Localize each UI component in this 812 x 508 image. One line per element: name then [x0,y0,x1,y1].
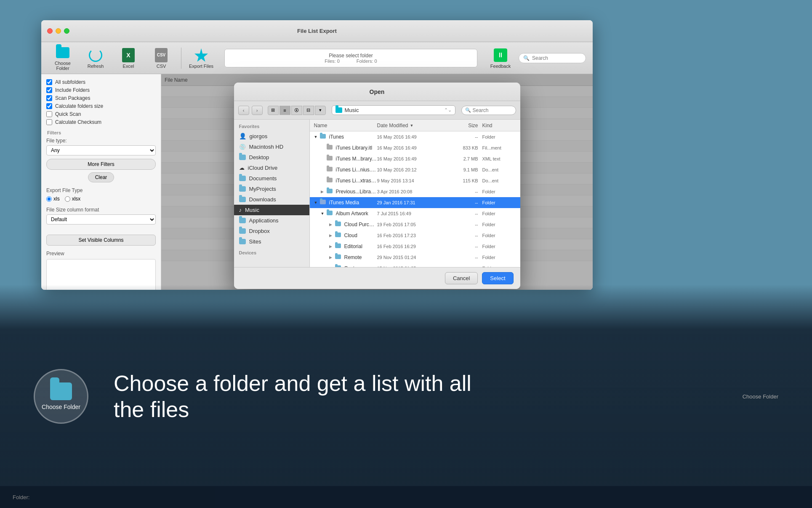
table-row[interactable]: ▶ Cloud Purchases 19 Feb 2016 17:05 -- F… [310,219,520,230]
csv-button[interactable]: CSV CSV [146,45,176,71]
sidebar-item-sites[interactable]: Sites [234,236,309,247]
file-name: Previous...Libraries [336,189,377,195]
expand-icon[interactable]: ▶ [329,222,335,227]
dialog-footer: Cancel Select [234,267,520,289]
file-date: 16 May 2016 16:49 [377,145,445,150]
search-box[interactable]: 🔍 [519,53,586,63]
export-type-section: Export File Type xls xlsx [46,187,156,202]
all-subfolders-checkbox[interactable] [46,79,52,85]
minimize-button[interactable] [56,28,61,34]
sidebar-item-dropbox[interactable]: Dropbox [234,226,309,236]
calculate-folders-label: Calculate folders size [55,103,103,109]
bottom-choose-folder-btn[interactable]: Choose Folder [743,393,778,400]
table-row[interactable]: ▼ Album Artwork 7 Jul 2015 16:49 -- Fold… [310,208,520,219]
sidebar-item-applications[interactable]: Applications [234,215,309,226]
file-icon-cell [327,156,336,162]
choose-folder-overlay-label: Choose Folder [42,404,80,410]
table-row[interactable]: ▼ iTunes Media 29 Jan 2016 17:31 -- Fold… [310,197,520,208]
file-icon-cell [335,265,344,267]
include-folders-checkbox[interactable] [46,87,52,93]
excel-button[interactable]: X Excel [114,45,143,71]
folder-icon [335,243,341,248]
sidebar-item-desktop[interactable]: Desktop [234,152,309,163]
clear-button[interactable]: Clear [88,172,114,182]
file-size: 2.7 MB [445,156,478,161]
sidebar-item-music[interactable]: ♪ Music [234,205,309,215]
calculate-checksum-checkbox[interactable] [46,119,52,125]
table-row[interactable]: ▼ iTunes 16 May 2016 16:49 -- Folder [310,131,520,142]
expand-icon[interactable]: ▼ [314,135,320,139]
expand-icon[interactable]: ▶ [329,233,335,238]
sidebar-item-downloads[interactable]: Downloads [234,194,309,205]
quick-scan-row[interactable]: Quick Scan [46,111,156,117]
expand-icon[interactable]: ▶ [329,255,335,259]
sidebar-item-label: Documents [249,175,277,182]
dialog-location[interactable]: Music ⌃⌄ [332,105,455,115]
file-size-select[interactable]: Default [46,214,156,225]
devices-section: Devices [234,250,309,255]
calculate-folders-checkbox[interactable] [46,103,52,109]
all-subfolders-row[interactable]: All subfolders [46,79,156,85]
table-row[interactable]: iTunes M...brary.xml 16 May 2016 16:49 2… [310,153,520,164]
xls-radio-label[interactable]: xls [46,196,60,202]
cancel-button[interactable]: Cancel [445,272,478,284]
sidebar-item-macintosh-hd[interactable]: 💿 Macintosh HD [234,142,309,152]
table-row[interactable]: ▶ Editorial 16 Feb 2016 16:29 -- Folder [310,241,520,252]
sidebar-item-giorgos[interactable]: 👤 giorgos [234,131,309,142]
scan-packages-checkbox[interactable] [46,95,52,101]
table-row[interactable]: ▶ Custom 15 Nov 2015 21:35 -- Folder [310,263,520,267]
xlsx-radio[interactable] [65,196,70,202]
xls-radio[interactable] [46,196,52,202]
file-type-select[interactable]: Any [46,145,156,155]
gallery-view-button[interactable]: ⊟ [303,106,314,115]
export-files-button[interactable]: Export Files [186,45,216,71]
xlsx-radio-label[interactable]: xlsx [65,196,81,202]
choose-folder-button[interactable]: Choose Folder [48,45,77,71]
table-row[interactable]: iTunes Li...xtras.itdb 9 May 2016 13:14 … [310,175,520,186]
table-row[interactable]: ▶ Cloud 16 Feb 2016 17:23 -- Folder [310,230,520,241]
select-button[interactable]: Select [482,272,513,284]
expand-icon[interactable]: ▶ [321,190,327,194]
maximize-button[interactable] [64,28,69,34]
expand-icon[interactable]: ▼ [321,211,327,216]
sidebar-item-icloud[interactable]: ☁ iCloud Drive [234,163,309,173]
sidebar-item-documents[interactable]: Documents [234,173,309,184]
include-folders-row[interactable]: Include Folders [46,87,156,93]
table-row[interactable]: ▶ Previous...Libraries 3 Apr 2016 20:08 … [310,186,520,197]
file-date: 10 May 2016 20:12 [377,167,445,172]
table-row[interactable]: iTunes Library.itl 16 May 2016 16:49 833… [310,142,520,153]
quick-scan-checkbox[interactable] [46,111,52,117]
table-row[interactable]: ▶ Remote 29 Nov 2015 01:24 -- Folder [310,252,520,263]
column-view-button[interactable]: ⦿ [291,106,302,115]
set-visible-columns-button[interactable]: Set Visible Columns [46,235,156,246]
dialog-search-box[interactable]: 🔍 [461,106,516,115]
dialog-search-input[interactable] [473,107,511,113]
table-row[interactable]: iTunes Li...nius.itdb 10 May 2016 20:12 … [310,164,520,175]
feedback-button[interactable]: ⏸ Feedback [486,45,515,71]
icon-view-button[interactable]: ⊞ [268,106,279,115]
file-name: Cloud [344,233,377,238]
expand-icon[interactable]: ▶ [329,244,335,249]
sidebar-item-myprojects[interactable]: MyProjects [234,184,309,194]
folder-icon [327,211,333,215]
window-title: File List Export [297,28,337,34]
calculate-folders-row[interactable]: Calculate folders size [46,103,156,109]
overlay-headline: Choose a folder and get a list with all … [114,370,717,423]
expand-icon[interactable]: ▶ [329,266,335,267]
refresh-button[interactable]: Refresh [81,45,110,71]
calculate-checksum-row[interactable]: Calculate Checksum [46,119,156,125]
file-size: 833 KB [445,145,478,150]
file-kind: Folder [478,222,516,227]
view-options-button[interactable]: ▾ [315,106,326,115]
forward-button[interactable]: › [252,106,263,115]
scan-packages-row[interactable]: Scan Packages [46,95,156,101]
more-filters-button[interactable]: More Filters [46,159,156,170]
expand-icon[interactable]: ▼ [314,201,320,205]
file-name: iTunes Li...xtras.itdb [336,178,377,184]
dialog-file-list[interactable]: Name Date Modified ▼ Size Kind ▼ [310,120,520,267]
folder-icon [335,265,341,267]
close-button[interactable] [47,28,53,34]
search-input[interactable] [532,55,583,61]
list-view-button[interactable]: ≡ [280,106,290,115]
back-button[interactable]: ‹ [238,106,249,115]
